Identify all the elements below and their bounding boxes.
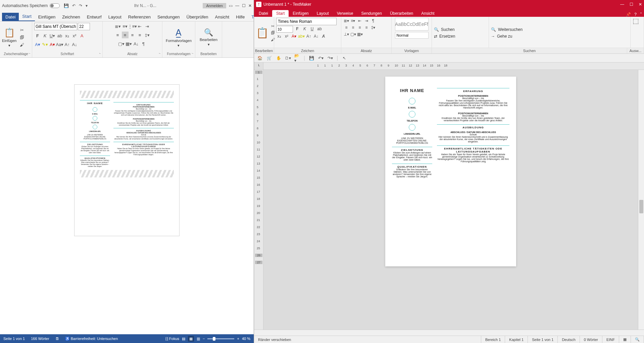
tm-tab-start[interactable]: Start bbox=[272, 10, 289, 17]
qb-redo-icon[interactable]: ↷▾ bbox=[327, 55, 333, 61]
qb-new-icon[interactable]: 🗋▾ bbox=[285, 55, 291, 61]
tm-minimize-icon[interactable]: — bbox=[620, 2, 624, 7]
tab-zeichnen[interactable]: Zeichnen bbox=[59, 13, 83, 21]
font-size-input[interactable] bbox=[78, 23, 90, 30]
tm-alignj-icon[interactable]: ≡ bbox=[363, 25, 369, 31]
tm-indentdec-icon[interactable]: ⇤ bbox=[357, 18, 363, 24]
tm-page[interactable]: IHR NAME E-MAIL TELEFON LINKEDIN-URL LIN… bbox=[385, 77, 516, 266]
tab-einfuegen[interactable]: Einfügen bbox=[35, 13, 59, 21]
qb-hand-icon[interactable]: ✋ bbox=[276, 55, 282, 61]
tab-entwurf[interactable]: Entwurf bbox=[84, 13, 105, 21]
tm-help-icon[interactable]: ? bbox=[634, 12, 637, 17]
redo-icon[interactable]: ↷ bbox=[79, 3, 82, 8]
tm-hscrollbar[interactable] bbox=[254, 330, 644, 336]
grow-font-icon[interactable]: A↑ bbox=[64, 41, 70, 48]
tm-strike-icon[interactable]: ab bbox=[316, 26, 323, 32]
tm-status-view-icon[interactable]: ▦ bbox=[619, 336, 631, 343]
multilevel-icon[interactable]: ⋮≡▾ bbox=[129, 23, 136, 30]
tm-shading-icon[interactable]: ▢▾ bbox=[350, 31, 356, 37]
tm-superscript-icon[interactable]: x² bbox=[284, 33, 290, 39]
tm-fontcolor-icon[interactable]: A▾ bbox=[291, 33, 297, 39]
tm-tab-datei[interactable]: Datei bbox=[255, 10, 272, 17]
qb-save-icon[interactable]: 💾 bbox=[308, 55, 314, 61]
tm-tabs-icon[interactable]: ⊥▾ bbox=[343, 31, 349, 37]
align-justify-icon[interactable]: ≡ bbox=[137, 32, 143, 38]
tm-tab-verweise[interactable]: Verweise bbox=[333, 10, 357, 17]
autosave-toggle[interactable] bbox=[50, 3, 60, 8]
gehezu-button[interactable]: → Gehe zu bbox=[491, 33, 628, 39]
select-icon[interactable]: ⬚ bbox=[633, 18, 639, 24]
bullets-icon[interactable]: ≣▾ bbox=[114, 23, 121, 30]
qb-home-icon[interactable]: 🏠 bbox=[257, 55, 263, 61]
superscript-icon[interactable]: x² bbox=[71, 32, 78, 39]
clear-format-icon[interactable]: A bbox=[79, 32, 85, 39]
tm-status-kapitel[interactable]: Kapitel 1 bbox=[505, 336, 528, 343]
tm-pin-icon[interactable]: 📌 bbox=[626, 12, 631, 17]
tm-close-icon[interactable]: ✕ bbox=[639, 2, 642, 7]
tm-status-lang[interactable]: Deutsch bbox=[558, 336, 580, 343]
status-words[interactable]: 166 Wörter bbox=[31, 337, 49, 341]
status-lang-icon[interactable]: 🖺 bbox=[55, 337, 59, 341]
close-icon[interactable]: ✕ bbox=[248, 3, 252, 8]
tab-referenzen[interactable]: Referenzen bbox=[125, 13, 154, 21]
line-spacing-icon[interactable]: ‡▾ bbox=[144, 32, 151, 38]
tm-grow-icon[interactable]: A↑ bbox=[306, 33, 312, 39]
tm-ruler-vertical[interactable]: 1123456789101112131415161718192021222324… bbox=[254, 70, 263, 330]
tm-borders-icon[interactable]: ▦▾ bbox=[357, 31, 363, 37]
tm-status-seite[interactable]: Seite 1 von 1 bbox=[528, 336, 558, 343]
tm-shrink-icon[interactable]: A↓ bbox=[313, 33, 319, 39]
tm-tab-sendungen[interactable]: Sendungen bbox=[357, 10, 386, 17]
tab-sendungen[interactable]: Sendungen bbox=[154, 13, 183, 21]
text-effect-icon[interactable]: A▾ bbox=[34, 41, 41, 48]
save-icon[interactable]: 💾 bbox=[64, 3, 69, 8]
word-page[interactable]: IHR NAME E-MAIL TELEFON LINKEDIN-URL LIN… bbox=[75, 85, 179, 236]
tm-alignc-icon[interactable]: ≡ bbox=[350, 25, 356, 31]
strike-icon[interactable]: ab bbox=[56, 32, 63, 39]
change-case-icon[interactable]: Aa▾ bbox=[56, 41, 63, 48]
qb-undo-icon[interactable]: ↶▾ bbox=[318, 55, 324, 61]
style-name-input[interactable] bbox=[395, 32, 429, 39]
tab-start[interactable]: Start bbox=[19, 12, 35, 21]
tm-italic-icon[interactable]: K bbox=[302, 26, 308, 32]
undo-icon[interactable]: ↶ bbox=[72, 3, 76, 8]
align-center-icon[interactable]: ≡ bbox=[122, 32, 129, 38]
tm-collapse-icon[interactable]: ˄ bbox=[640, 12, 642, 17]
tm-alignl-icon[interactable]: ≡ bbox=[343, 25, 349, 31]
tm-bold-icon[interactable]: F bbox=[294, 26, 300, 32]
shrink-font-icon[interactable]: A↓ bbox=[71, 41, 78, 48]
tab-layout[interactable]: Layout bbox=[105, 13, 125, 21]
tm-subscript-icon[interactable]: x₂ bbox=[276, 33, 282, 39]
view-web-icon[interactable]: ▥ bbox=[197, 337, 200, 341]
minimize-icon[interactable]: — bbox=[235, 3, 239, 8]
shading-icon[interactable]: ▢▾ bbox=[118, 40, 125, 47]
editing-button[interactable]: 🔍 Bearbeiten ▾ bbox=[200, 28, 217, 47]
bold-icon[interactable]: F bbox=[34, 32, 41, 39]
status-page[interactable]: Seite 1 von 1 bbox=[3, 337, 25, 341]
ruler-corner[interactable]: └ bbox=[254, 62, 263, 70]
focus-button[interactable]: ⁅⁆ Fokus bbox=[165, 337, 179, 341]
zoom-slider[interactable] bbox=[207, 338, 234, 339]
tab-datei[interactable]: Datei bbox=[2, 13, 19, 21]
tm-alignr-icon[interactable]: ≡ bbox=[357, 25, 363, 31]
word-canvas[interactable]: IHR NAME E-MAIL TELEFON LINKEDIN-URL LIN… bbox=[0, 58, 254, 334]
tab-hilfe[interactable]: Hilfe bbox=[233, 13, 248, 21]
tab-ansicht[interactable]: Ansicht bbox=[212, 13, 233, 21]
tm-doc-area[interactable]: IHR NAME E-MAIL TELEFON LINKEDIN-URL LIN… bbox=[263, 70, 638, 330]
status-access[interactable]: ♿ Barrierefreiheit: Untersuchen bbox=[65, 337, 118, 341]
tm-tab-layout[interactable]: Layout bbox=[313, 10, 333, 17]
cut-icon[interactable]: ✂ bbox=[18, 27, 25, 34]
underline-icon[interactable]: U▾ bbox=[49, 32, 56, 39]
italic-icon[interactable]: K bbox=[42, 32, 48, 39]
tm-size-input[interactable] bbox=[276, 26, 293, 33]
tm-status-zoom-icon[interactable]: 🔍 bbox=[631, 336, 644, 343]
sort-icon[interactable]: A↓ bbox=[133, 40, 140, 47]
maximize-icon[interactable]: ☐ bbox=[242, 3, 246, 8]
tm-indentinc-icon[interactable]: ⇥ bbox=[363, 18, 369, 24]
tm-status-bereich[interactable]: Bereich 1 bbox=[481, 336, 505, 343]
zoom-in-icon[interactable]: + bbox=[237, 337, 239, 341]
tm-paste-icon[interactable]: 📋 bbox=[256, 27, 268, 39]
tm-showmarks-icon[interactable]: ¶ bbox=[370, 18, 376, 24]
tm-vscrollbar[interactable] bbox=[638, 70, 644, 330]
tm-spacing-icon[interactable]: ‡▾ bbox=[370, 25, 376, 31]
login-button[interactable]: Anmelden bbox=[203, 3, 226, 8]
